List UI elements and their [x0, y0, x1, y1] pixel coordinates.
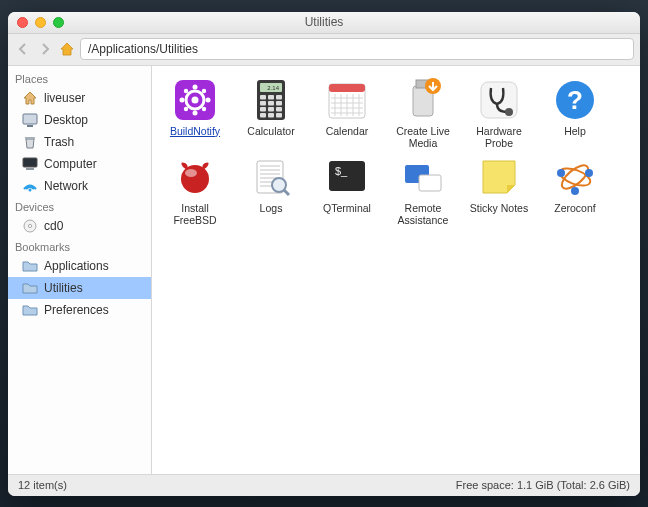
app-item-hardware-probe[interactable]: Hardware Probe	[462, 76, 536, 149]
svg-rect-25	[260, 101, 266, 106]
remote-icon	[401, 155, 445, 199]
svg-rect-32	[268, 113, 274, 118]
calculator-icon: 2.14	[249, 78, 293, 122]
arrow-right-icon	[38, 42, 52, 56]
svg-point-10	[193, 84, 198, 89]
app-item-buildnotify[interactable]: BuildNotify	[158, 76, 232, 149]
svg-point-49	[505, 108, 513, 116]
svg-rect-24	[276, 95, 282, 100]
app-item-help[interactable]: ?Help	[538, 76, 612, 149]
sidebar-item-label: Utilities	[44, 281, 83, 295]
app-item-label: QTerminal	[321, 202, 373, 214]
svg-point-5	[29, 188, 32, 191]
sticky-icon	[477, 155, 521, 199]
svg-rect-23	[268, 95, 274, 100]
svg-rect-31	[260, 113, 266, 118]
computer-icon	[22, 156, 38, 172]
svg-text:$_: $_	[335, 165, 348, 177]
app-item-label: Remote Assistance	[387, 202, 459, 226]
main-view[interactable]: BuildNotify2.14CalculatorCalendarCreate …	[152, 66, 640, 474]
home-button[interactable]	[58, 40, 76, 58]
file-manager-window: Utilities PlacesliveuserDesktopTrashComp…	[8, 12, 640, 496]
path-input[interactable]	[80, 38, 634, 60]
sidebar-item-label: cd0	[44, 219, 63, 233]
svg-point-13	[206, 97, 211, 102]
sidebar-item-label: liveuser	[44, 91, 85, 105]
svg-point-72	[571, 187, 579, 195]
status-item-count: 12 item(s)	[18, 479, 67, 491]
sidebar-item-trash[interactable]: Trash	[8, 131, 151, 153]
status-bar: 12 item(s) Free space: 1.1 GiB (Total: 2…	[8, 474, 640, 496]
app-item-label: BuildNotify	[168, 125, 222, 137]
desktop-icon	[22, 112, 38, 128]
svg-point-11	[193, 110, 198, 115]
trash-icon	[22, 134, 38, 150]
app-item-qterminal[interactable]: $_QTerminal	[310, 153, 384, 226]
sidebar-item-label: Network	[44, 179, 88, 193]
network-icon	[22, 178, 38, 194]
svg-rect-29	[268, 107, 274, 112]
sidebar-section-header: Places	[8, 69, 151, 87]
toolbar	[8, 34, 640, 66]
app-item-label: Help	[562, 125, 588, 137]
svg-point-62	[272, 178, 286, 192]
svg-rect-0	[23, 114, 37, 124]
folder-icon	[22, 302, 38, 318]
sidebar-item-network[interactable]: Network	[8, 175, 151, 197]
app-item-label: Calendar	[324, 125, 371, 137]
svg-point-18	[192, 96, 199, 103]
app-item-install-freebsd[interactable]: Install FreeBSD	[158, 153, 232, 226]
svg-rect-33	[276, 113, 282, 118]
sidebar-item-cd0[interactable]: cd0	[8, 215, 151, 237]
app-item-create-live-media[interactable]: Create Live Media	[386, 76, 460, 149]
app-item-label: Hardware Probe	[463, 125, 535, 149]
sidebar-item-desktop[interactable]: Desktop	[8, 109, 151, 131]
svg-rect-3	[23, 158, 37, 167]
svg-rect-28	[260, 107, 266, 112]
app-item-logs[interactable]: Logs	[234, 153, 308, 226]
help-icon: ?	[553, 78, 597, 122]
icon-grid: BuildNotify2.14CalculatorCalendarCreate …	[158, 76, 634, 226]
svg-text:?: ?	[567, 85, 583, 115]
svg-rect-22	[260, 95, 266, 100]
gear-purple-icon	[173, 78, 217, 122]
svg-point-7	[28, 224, 31, 227]
back-button[interactable]	[14, 40, 32, 58]
usb-orange-icon	[401, 78, 445, 122]
app-item-zeroconf[interactable]: Zeroconf	[538, 153, 612, 226]
titlebar[interactable]: Utilities	[8, 12, 640, 34]
svg-rect-4	[26, 168, 34, 170]
disc-icon	[22, 218, 38, 234]
svg-rect-27	[276, 101, 282, 106]
app-item-calculator[interactable]: 2.14Calculator	[234, 76, 308, 149]
app-item-sticky-notes[interactable]: Sticky Notes	[462, 153, 536, 226]
terminal-icon: $_	[325, 155, 369, 199]
zeroconf-icon	[553, 155, 597, 199]
folder-icon	[22, 258, 38, 274]
sidebar-item-preferences[interactable]: Preferences	[8, 299, 151, 321]
app-item-label: Logs	[258, 202, 285, 214]
app-item-calendar[interactable]: Calendar	[310, 76, 384, 149]
app-item-label: Calculator	[245, 125, 296, 137]
svg-point-15	[202, 88, 206, 92]
app-item-remote-assistance[interactable]: Remote Assistance	[386, 153, 460, 226]
sidebar-section-header: Devices	[8, 197, 151, 215]
status-free-space: Free space: 1.1 GiB (Total: 2.6 GiB)	[456, 479, 630, 491]
logs-icon	[249, 155, 293, 199]
forward-button[interactable]	[36, 40, 54, 58]
sidebar-item-label: Desktop	[44, 113, 88, 127]
freebsd-icon	[173, 155, 217, 199]
svg-rect-26	[268, 101, 274, 106]
svg-text:2.14: 2.14	[267, 85, 279, 91]
sidebar-section-header: Bookmarks	[8, 237, 151, 255]
svg-rect-1	[27, 125, 33, 127]
sidebar-item-computer[interactable]: Computer	[8, 153, 151, 175]
sidebar-item-applications[interactable]: Applications	[8, 255, 151, 277]
svg-point-12	[180, 97, 185, 102]
sidebar-item-liveuser[interactable]: liveuser	[8, 87, 151, 109]
home-icon	[22, 90, 38, 106]
window-title: Utilities	[8, 15, 640, 29]
svg-rect-35	[329, 84, 365, 92]
calendar-icon	[325, 78, 369, 122]
sidebar-item-utilities[interactable]: Utilities	[8, 277, 151, 299]
